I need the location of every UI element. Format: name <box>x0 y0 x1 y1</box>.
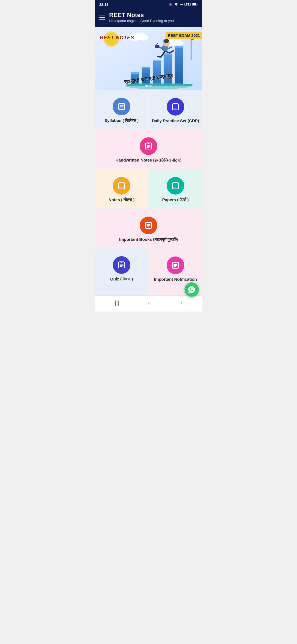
time-display: 22:18 <box>99 2 108 7</box>
whatsapp-icon <box>188 286 196 293</box>
banner-reet-notes-label: REET NOTES <box>100 35 134 41</box>
svg-point-11 <box>174 41 184 46</box>
handwritten-notes-icon-circle <box>140 137 157 155</box>
menu-item-papers[interactable]: Papers ( पेपर्स ) <box>149 169 202 208</box>
app-header: REET Notes Hi kalpana cogxim, Good Eveni… <box>95 9 202 27</box>
notes-label: Notes ( नोट्स ) <box>108 197 134 202</box>
important-notification-label: Important Notification <box>154 277 197 282</box>
lte-label: LTE2 <box>184 3 191 6</box>
papers-label: Papers ( पेपर्स ) <box>162 197 189 202</box>
hamburger-line-1 <box>99 15 105 16</box>
svg-line-34 <box>158 56 161 57</box>
svg-rect-58 <box>147 143 150 144</box>
nav-back-button[interactable]: ‹ <box>176 298 187 308</box>
menu-item-important-books[interactable]: Important Books (महत्वपूर्ण पुस्तकें) <box>95 209 202 248</box>
svg-rect-1 <box>197 4 198 4</box>
app-title: REET Notes <box>109 12 175 19</box>
banner-dot-1[interactable] <box>145 85 148 87</box>
handwritten-notes-label: Handwritten Notes (हस्तलिखित नोट्स) <box>116 158 182 163</box>
svg-rect-15 <box>131 72 139 74</box>
menu-item-syllabus[interactable]: Syllabus ( सिलेबस ) <box>95 90 148 129</box>
svg-rect-23 <box>175 46 183 48</box>
svg-point-28 <box>163 39 169 43</box>
menu-item-quiz[interactable]: Quiz ( क्विज ) <box>95 249 148 295</box>
daily-practice-icon-circle <box>167 98 184 116</box>
quiz-label: Quiz ( क्विज ) <box>110 277 133 282</box>
menu-item-handwritten-notes[interactable]: Handwritten Notes (हस्तलिखित नोट्स) <box>95 130 202 169</box>
svg-rect-65 <box>120 182 123 183</box>
signal-icon: ▪▪▪ <box>180 3 183 6</box>
svg-rect-30 <box>155 45 159 48</box>
svg-rect-19 <box>153 60 161 61</box>
banner-exam-label: REET EXAM 2021 <box>166 32 202 39</box>
promo-banner: REET NOTES REET EXAM 2021 सफलता बस एक कद… <box>95 27 202 90</box>
svg-rect-20 <box>164 53 172 84</box>
syllabus-label: Syllabus ( सिलेबस ) <box>105 118 139 123</box>
nav-home-button[interactable]: ○ <box>144 298 156 308</box>
status-bar: 22:18 🔇 ▪▪▪ LTE2 <box>95 0 202 9</box>
mute-icon: 🔇 <box>169 3 173 6</box>
important-notification-icon-circle <box>167 256 184 274</box>
wifi-icon <box>174 2 178 6</box>
nav-recents-button[interactable]: ||| <box>110 298 124 308</box>
banner-dot-2[interactable] <box>149 85 152 87</box>
nav-bar: ||| ○ ‹ <box>95 295 202 312</box>
svg-rect-93 <box>174 262 177 263</box>
app-container: 22:18 🔇 ▪▪▪ LTE2 <box>95 0 202 312</box>
banner-dots <box>145 85 152 87</box>
important-books-icon-circle <box>140 217 157 234</box>
syllabus-icon-circle <box>113 98 130 115</box>
quiz-icon-circle <box>113 256 130 274</box>
svg-rect-22 <box>175 46 183 84</box>
banner-content: REET NOTES REET EXAM 2021 सफलता बस एक कद… <box>95 27 202 90</box>
svg-rect-25 <box>127 84 193 86</box>
daily-practice-label: Daily Practice Set (CDP) <box>152 118 199 123</box>
hamburger-button[interactable] <box>99 15 105 20</box>
notes-icon-circle <box>113 177 130 195</box>
menu-item-notes[interactable]: Notes ( नोट्स ) <box>95 169 148 208</box>
papers-icon-circle <box>167 177 184 195</box>
important-books-label: Important Books (महत्वपूर्ण पुस्तकें) <box>119 237 178 242</box>
greeting-subtitle: Hi kalpana cogxim, Good Evening to you! <box>109 19 175 23</box>
svg-rect-79 <box>147 222 150 223</box>
hamburger-line-3 <box>99 19 105 20</box>
svg-rect-2 <box>193 3 196 5</box>
hamburger-line-2 <box>99 17 105 18</box>
svg-rect-51 <box>174 103 177 104</box>
battery-icon <box>192 2 198 6</box>
svg-rect-17 <box>142 67 150 68</box>
svg-point-8 <box>138 35 148 40</box>
svg-rect-72 <box>174 182 177 183</box>
header-text: REET Notes Hi kalpana cogxim, Good Eveni… <box>109 12 175 23</box>
status-icons: 🔇 ▪▪▪ LTE2 <box>169 2 198 6</box>
svg-rect-44 <box>120 103 123 104</box>
menu-grid: Syllabus ( सिलेबस ) Daily Practice Set (… <box>95 90 202 295</box>
menu-item-daily-practice[interactable]: Daily Practice Set (CDP) <box>149 90 202 129</box>
whatsapp-fab-button[interactable] <box>185 282 199 297</box>
svg-rect-86 <box>120 261 123 263</box>
